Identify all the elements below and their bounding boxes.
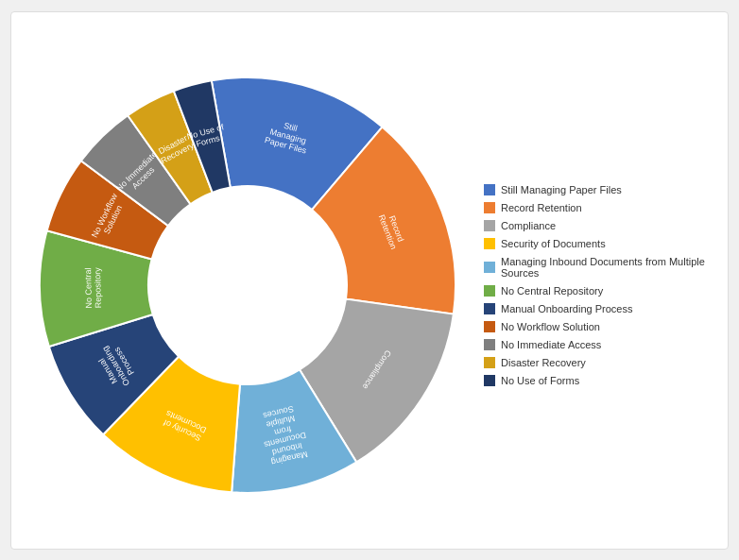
legend-label: Disaster Recovery bbox=[501, 357, 586, 368]
legend-label: Still Managing Paper Files bbox=[501, 184, 622, 195]
legend-color-box bbox=[484, 375, 495, 386]
svg-text:No CentralRepository: No CentralRepository bbox=[84, 266, 104, 308]
legend-label: Record Retention bbox=[501, 202, 582, 213]
legend-item: Manual Onboarding Process bbox=[484, 303, 718, 314]
legend-label: No Workflow Solution bbox=[501, 321, 600, 332]
legend-color-box bbox=[484, 220, 495, 231]
legend-label: Managing Inbound Documents from Multiple… bbox=[501, 256, 718, 279]
legend-color-box bbox=[484, 184, 495, 195]
legend-item: Compliance bbox=[484, 220, 718, 231]
legend-label: No Use of Forms bbox=[501, 375, 579, 386]
legend-color-box bbox=[484, 285, 495, 297]
legend-color-box bbox=[484, 262, 495, 273]
legend-label: Manual Onboarding Process bbox=[501, 303, 632, 314]
legend-color-box bbox=[484, 238, 495, 249]
legend-item: Managing Inbound Documents from Multiple… bbox=[484, 256, 718, 279]
legend-item: No Central Repository bbox=[484, 285, 718, 297]
legend: Still Managing Paper FilesRecord Retenti… bbox=[484, 184, 718, 386]
legend-item: Security of Documents bbox=[484, 238, 718, 249]
legend-item: No Immediate Access bbox=[484, 339, 718, 350]
legend-item: Still Managing Paper Files bbox=[484, 184, 718, 195]
legend-color-box bbox=[484, 303, 495, 314]
legend-item: No Workflow Solution bbox=[484, 321, 718, 332]
legend-label: No Immediate Access bbox=[501, 339, 601, 350]
legend-color-box bbox=[484, 339, 495, 350]
chart-container: StillManagingPaper FilesRecordRetentionC… bbox=[10, 11, 729, 550]
legend-color-box bbox=[484, 321, 495, 332]
legend-label: Compliance bbox=[501, 220, 556, 231]
legend-item: No Use of Forms bbox=[484, 375, 718, 386]
legend-color-box bbox=[484, 202, 495, 213]
legend-label: No Central Repository bbox=[501, 285, 603, 297]
legend-item: Record Retention bbox=[484, 202, 718, 213]
legend-item: Disaster Recovery bbox=[484, 357, 718, 368]
legend-color-box bbox=[484, 357, 495, 368]
legend-label: Security of Documents bbox=[501, 238, 606, 249]
chart-area: StillManagingPaper FilesRecordRetentionC… bbox=[21, 31, 718, 539]
donut-chart: StillManagingPaper FilesRecordRetentionC… bbox=[21, 59, 474, 512]
